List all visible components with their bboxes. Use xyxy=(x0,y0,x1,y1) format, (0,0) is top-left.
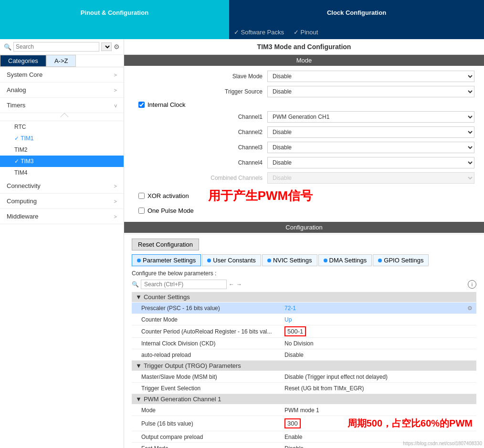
prescaler-name: Prescaler (PSC - 16 bits value) xyxy=(141,305,284,312)
trigger-output-group[interactable]: ▼ Trigger Output (TRGO) Parameters xyxy=(132,361,476,371)
params-header: Configure the below parameters : xyxy=(132,270,476,277)
tab-dot-gpio xyxy=(378,259,382,262)
watermark: https://blog.csdn.net/csol1807408330 xyxy=(403,441,482,446)
channel4-select[interactable]: Disable xyxy=(267,157,474,168)
trigger-source-label: Trigger Source xyxy=(134,88,267,95)
tab-user-constants[interactable]: User Constants xyxy=(202,254,261,266)
timers-scroll-indicator xyxy=(0,114,124,121)
computing-label: Computing xyxy=(7,198,37,205)
xor-row: XOR activation 用于产生PWM信号 xyxy=(134,188,474,204)
header-right-title[interactable]: Clock Configuration xyxy=(229,0,484,25)
combined-channels-select: Disable xyxy=(267,172,474,184)
internal-clock-checkbox[interactable] xyxy=(138,102,145,108)
channel1-row: Channel1 PWM Generation CH1 xyxy=(134,111,474,123)
tab-dma-settings[interactable]: DMA Settings xyxy=(318,254,372,266)
slave-mode-row: Slave Mode Disable xyxy=(134,71,474,82)
tab-dot-param xyxy=(137,259,141,262)
pwm-annotation: 周期500，占空比60%的PWM xyxy=(347,417,473,430)
one-pulse-checkbox[interactable] xyxy=(138,208,145,214)
config-tabs: Parameter Settings User Constants NVIC S… xyxy=(124,254,484,270)
gear-icon[interactable]: ⚙ xyxy=(114,43,120,51)
channel1-label: Channel1 xyxy=(134,114,267,120)
sidebar-item-tim3[interactable]: TIM3 xyxy=(0,156,124,167)
system-core-label: System Core xyxy=(7,71,42,78)
channel4-control: Disable xyxy=(267,157,474,168)
sidebar-item-connectivity[interactable]: Connectivity > xyxy=(0,178,124,194)
channel3-label: Channel3 xyxy=(134,144,267,151)
search-input[interactable] xyxy=(13,42,99,52)
params-search-input[interactable] xyxy=(141,280,227,289)
counter-period-name: Counter Period (AutoReload Register - 16… xyxy=(141,328,284,335)
sidebar-item-tim4[interactable]: TIM4 xyxy=(0,167,124,178)
tab-az[interactable]: A->Z xyxy=(46,55,76,67)
counter-period-value-text: 500-1 xyxy=(284,326,306,336)
search-dropdown[interactable] xyxy=(101,42,112,51)
header: Pinout & Configuration Clock Configurati… xyxy=(0,0,484,25)
auto-reload-name: auto-reload preload xyxy=(141,352,284,358)
params-back-arrow[interactable]: ← xyxy=(229,281,234,288)
channel1-select[interactable]: PWM Generation CH1 xyxy=(267,111,474,123)
pulse-name: Pulse (16 bits value) xyxy=(141,420,284,427)
pwm-annotation-mode: 用于产生PWM信号 xyxy=(189,188,313,204)
internal-clock-row: Internal Clock xyxy=(134,101,474,108)
master-slave-value: Disable (Trigger input effect not delaye… xyxy=(284,374,473,380)
sidebar-item-system-core[interactable]: System Core > xyxy=(0,67,124,83)
trigger-source-row: Trigger Source Disable xyxy=(134,86,474,97)
tab-dot-user xyxy=(207,259,211,262)
counter-settings-label: Counter Settings xyxy=(144,293,190,301)
trigger-event-name: Trigger Event Selection xyxy=(141,385,284,392)
xor-checkbox[interactable] xyxy=(138,193,145,199)
pwm-channel1-group[interactable]: ▼ PWM Generation Channel 1 xyxy=(132,394,476,404)
trigger-event-value: Reset (UG bit from TIMx_EGR) xyxy=(284,385,473,392)
channel1-control: PWM Generation CH1 xyxy=(267,111,474,123)
timers-label: Timers xyxy=(7,102,25,109)
info-icon[interactable]: i xyxy=(468,280,476,289)
params-search-icon: 🔍 xyxy=(132,281,139,288)
analog-label: Analog xyxy=(7,86,26,94)
master-slave-name: Master/Slave Mode (MSM bit) xyxy=(141,374,284,380)
middleware-arrow: > xyxy=(114,214,117,219)
config-section-header: Configuration xyxy=(124,222,484,233)
trigger-output-arrow: ▼ xyxy=(136,362,142,369)
content-area: TIM3 Mode and Configuration Mode Slave M… xyxy=(124,39,484,448)
sub-header: ✓ Software Packs ✓ Pinout xyxy=(0,25,484,39)
software-packs-link[interactable]: ✓ Software Packs xyxy=(234,29,284,36)
trigger-source-control: Disable xyxy=(267,86,474,97)
main-layout: 🔍 ⚙ Categories A->Z System Core > Analog xyxy=(0,39,484,448)
counter-settings-group[interactable]: ▼ Counter Settings xyxy=(132,292,476,302)
analog-arrow: > xyxy=(114,87,117,93)
sidebar-item-computing[interactable]: Computing > xyxy=(0,194,124,209)
sidebar-item-tim1[interactable]: TIM1 xyxy=(0,133,124,144)
timers-arrow: v xyxy=(115,103,117,108)
prescaler-gear-icon[interactable]: ⚙ xyxy=(467,305,473,312)
sidebar-item-analog[interactable]: Analog > xyxy=(0,83,124,98)
tab-parameter-settings[interactable]: Parameter Settings xyxy=(132,254,201,266)
header-left-title[interactable]: Pinout & Configuration xyxy=(0,0,229,25)
sidebar-tabs: Categories A->Z xyxy=(0,55,124,67)
auto-reload-row: auto-reload preload Disable xyxy=(132,349,476,361)
tab-nvic-settings[interactable]: NVIC Settings xyxy=(262,254,317,266)
channel2-label: Channel2 xyxy=(134,129,267,135)
channel3-select[interactable]: Disable xyxy=(267,142,474,153)
mode-section: Slave Mode Disable Trigger Source Disabl… xyxy=(124,66,484,222)
trigger-event-row: Trigger Event Selection Reset (UG bit fr… xyxy=(132,383,476,394)
reset-config-button[interactable]: Reset Configuration xyxy=(132,239,199,250)
tab-categories[interactable]: Categories xyxy=(0,55,46,67)
tab-gpio-settings[interactable]: GPIO Settings xyxy=(373,254,429,266)
counter-mode-row: Counter Mode Up xyxy=(132,314,476,325)
sidebar-item-tim2[interactable]: TIM2 xyxy=(0,144,124,156)
sidebar-item-middleware[interactable]: Middleware > xyxy=(0,209,124,224)
prescaler-row[interactable]: Prescaler (PSC - 16 bits value) 72-1 ⚙ xyxy=(132,302,476,314)
master-slave-row: Master/Slave Mode (MSM bit) Disable (Tri… xyxy=(132,371,476,383)
sidebar-item-timers[interactable]: Timers v xyxy=(0,98,124,113)
pinout-link[interactable]: ✓ Pinout xyxy=(294,29,318,36)
sidebar-item-rtc[interactable]: RTC xyxy=(0,121,124,133)
channel2-select[interactable]: Disable xyxy=(267,126,474,138)
combined-channels-control: Disable xyxy=(267,172,474,184)
params-forward-arrow[interactable]: → xyxy=(236,281,242,288)
middleware-label: Middleware xyxy=(7,213,38,220)
trigger-source-select[interactable]: Disable xyxy=(267,86,474,97)
slave-mode-select[interactable]: Disable xyxy=(267,71,474,82)
search-icon: 🔍 xyxy=(4,43,11,51)
clock-config-title: Clock Configuration xyxy=(327,9,386,16)
